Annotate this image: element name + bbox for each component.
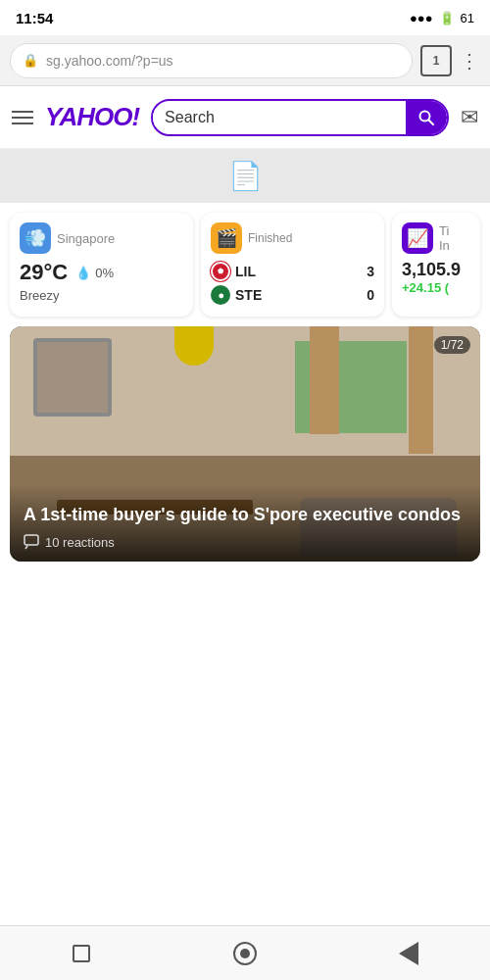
team1-logo: ⬟ <box>211 262 230 281</box>
news-reactions: 10 reactions <box>24 534 466 550</box>
battery-icon: 🔋 <box>439 11 455 25</box>
weather-humidity: 💧 0% <box>75 266 114 280</box>
search-icon <box>417 109 435 126</box>
hamburger-menu[interactable] <box>12 111 33 124</box>
search-button[interactable] <box>406 99 447 136</box>
news-counter: 1/72 <box>434 336 470 354</box>
news-article-card[interactable]: 1/72 A 1st-time buyer's guide to S'pore … <box>10 326 480 562</box>
finance-header: 📈 TiIn <box>402 222 470 254</box>
status-bar: 11:54 ●●● 🔋 61 <box>0 0 490 35</box>
weather-temp: 29°C <box>20 260 68 285</box>
sports-status: Finished <box>248 231 292 245</box>
bottom-nav <box>0 925 490 980</box>
svg-rect-2 <box>24 535 38 545</box>
weather-desc: Breezy <box>20 288 183 303</box>
yahoo-logo: YAHOO! <box>45 102 139 132</box>
weather-location: Singapore <box>57 231 115 246</box>
document-icon: 📄 <box>228 160 263 192</box>
finance-icon: 📈 <box>402 222 433 254</box>
search-bar[interactable] <box>151 99 449 136</box>
score-row-1: ⬟ LIL 3 <box>211 260 374 283</box>
weather-icon: 💨 <box>20 222 51 254</box>
team1-score: 3 <box>367 264 374 279</box>
home-icon <box>233 942 257 965</box>
news-overlay: A 1st-time buyer's guide to S'pore execu… <box>10 484 480 562</box>
stop-icon <box>73 945 90 962</box>
url-text: sg.yahoo.com/?p=us <box>46 53 173 69</box>
widget-row: 💨 Singapore 29°C 💧 0% Breezy 🎬 Finished … <box>0 203 490 326</box>
sports-icon: 🎬 <box>211 222 242 254</box>
url-bar[interactable]: 🔒 sg.yahoo.com/?p=us <box>10 43 413 78</box>
back-icon <box>399 942 418 965</box>
news-title: A 1st-time buyer's guide to S'pore execu… <box>24 504 466 526</box>
finance-value: 3,105.9 <box>402 260 470 280</box>
finance-widget[interactable]: 📈 TiIn 3,105.9 +24.15 ( <box>392 213 480 317</box>
team2-score: 0 <box>367 287 374 303</box>
image-placeholder: 📄 <box>0 149 490 203</box>
browser-menu-button[interactable]: ⋮ <box>460 49 480 73</box>
team2-logo: ⬢ <box>211 285 230 305</box>
content-area <box>0 571 490 767</box>
finance-label: TiIn <box>439 223 450 253</box>
signal-icon: ●●● <box>410 11 433 25</box>
back-button[interactable] <box>391 936 426 971</box>
mail-icon[interactable]: ✉ <box>461 105 478 130</box>
sports-header: 🎬 Finished <box>211 222 374 254</box>
lock-icon: 🔒 <box>23 53 38 68</box>
weather-header: 💨 Singapore <box>20 222 183 254</box>
battery-level: 61 <box>461 11 474 25</box>
reactions-icon <box>24 534 39 550</box>
score-row-2: ⬢ STE 0 <box>211 283 374 307</box>
tab-count-button[interactable]: 1 <box>420 45 452 76</box>
team1-name: LIL <box>235 264 256 279</box>
home-button[interactable] <box>227 936 263 971</box>
status-time: 11:54 <box>16 10 53 26</box>
stop-button[interactable] <box>64 936 99 971</box>
svg-line-1 <box>429 120 434 124</box>
weather-widget[interactable]: 💨 Singapore 29°C 💧 0% Breezy <box>10 213 193 317</box>
finance-change: +24.15 ( <box>402 280 470 295</box>
svg-line-3 <box>25 546 27 549</box>
sports-widget[interactable]: 🎬 Finished ⬟ LIL 3 ⬢ STE 0 <box>201 213 384 317</box>
team2-name: STE <box>235 287 262 303</box>
yahoo-header: YAHOO! ✉ <box>0 86 490 149</box>
search-input[interactable] <box>153 109 406 126</box>
browser-bar: 🔒 sg.yahoo.com/?p=us 1 ⋮ <box>0 35 490 86</box>
status-icons: ●●● 🔋 61 <box>410 11 474 25</box>
